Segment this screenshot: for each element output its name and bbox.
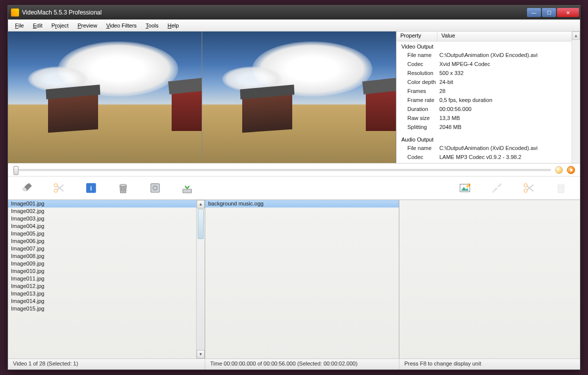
- info-button[interactable]: i: [84, 181, 98, 195]
- property-value: LAME MP3 Codec v0.9.2 - 3.98.2: [437, 154, 580, 160]
- property-key: Frames: [396, 88, 437, 94]
- audio-list-pane: background music.ogg: [205, 200, 399, 358]
- menu-file[interactable]: File: [11, 21, 28, 30]
- maximize-button[interactable]: ☐: [542, 8, 556, 17]
- eraser-button[interactable]: [20, 181, 34, 195]
- properties-panel: Property Value Video OutputFile nameC:\O…: [396, 32, 580, 163]
- app-icon: [11, 8, 19, 16]
- property-value: 24-bit: [437, 79, 580, 85]
- list-item[interactable]: Image007.jpg: [8, 245, 205, 252]
- record-indicator-icon[interactable]: [555, 166, 563, 174]
- trash-button-2[interactable]: [554, 181, 568, 195]
- svg-point-15: [558, 184, 564, 186]
- scissors-button-2[interactable]: [522, 181, 536, 195]
- property-section: Audio Output: [396, 134, 580, 144]
- property-value: 0,5 fps, keep duration: [437, 97, 580, 103]
- list-item[interactable]: Image014.jpg: [8, 298, 205, 305]
- menu-tools[interactable]: Tools: [142, 21, 163, 30]
- property-key: Duration: [396, 106, 437, 112]
- property-key: Raw size: [396, 115, 437, 121]
- svg-point-7: [154, 187, 156, 188]
- property-key: Resolution: [396, 70, 437, 76]
- menu-help[interactable]: Help: [164, 21, 183, 30]
- property-key: File name: [396, 52, 437, 58]
- statusbar: Video 1 of 28 (Selected: 1) Time 00:00:0…: [8, 358, 580, 370]
- status-left: Video 1 of 28 (Selected: 1): [8, 359, 205, 370]
- property-key: Splitting: [396, 124, 437, 130]
- property-value: C:\Output\Animation (XviD Encoded).avi: [437, 52, 580, 58]
- menu-preview[interactable]: Preview: [74, 21, 101, 30]
- property-value: 13,3 MB: [437, 115, 580, 121]
- lists-row: Image001.jpgImage002.jpgImage003.jpgImag…: [8, 200, 580, 358]
- timeline: [8, 164, 580, 176]
- scissors-button[interactable]: [52, 181, 66, 195]
- property-row[interactable]: File nameC:\Output\Animation (XviD Encod…: [396, 50, 580, 60]
- svg-point-4: [120, 184, 127, 186]
- picture-button[interactable]: [458, 181, 472, 195]
- list-item[interactable]: Image001.jpg: [8, 200, 205, 208]
- menu-video-filters[interactable]: Video Filters: [102, 21, 141, 30]
- tools-button[interactable]: [490, 181, 504, 195]
- list-item[interactable]: background music.ogg: [205, 200, 399, 208]
- list-item[interactable]: Image004.jpg: [8, 222, 205, 230]
- svg-rect-8: [183, 189, 191, 193]
- property-value: 28: [437, 88, 580, 94]
- list-item[interactable]: Image015.jpg: [8, 305, 205, 312]
- property-row[interactable]: File nameC:\Output\Animation (XviD Encod…: [396, 144, 580, 152]
- menu-edit[interactable]: Edit: [29, 21, 47, 30]
- property-row[interactable]: Frame rate0,5 fps, keep duration: [396, 96, 580, 104]
- preview-output[interactable]: [202, 32, 396, 163]
- toolbar-left: i: [8, 176, 580, 200]
- svg-text:i: i: [90, 185, 92, 192]
- svg-point-12: [492, 190, 494, 192]
- property-row[interactable]: CodecXvid MPEG-4 Codec: [396, 60, 580, 68]
- property-value: 2048 MB: [437, 124, 580, 130]
- minimize-button[interactable]: —: [527, 8, 541, 17]
- property-row[interactable]: Splitting2048 MB: [396, 122, 580, 132]
- property-value: C:\Output\Animation (XviD Encoded).avi: [437, 145, 580, 151]
- list-item[interactable]: Image008.jpg: [8, 252, 205, 260]
- right-list-pane: [399, 200, 580, 358]
- property-row[interactable]: CodecLAME MP3 Codec v0.9.2 - 3.98.2: [396, 152, 580, 162]
- property-row[interactable]: Raw size13,3 MB: [396, 114, 580, 122]
- property-key: File name: [396, 145, 437, 151]
- list-item[interactable]: Image010.jpg: [8, 268, 205, 275]
- status-mid: Time 00:00:00.000 of 00:00:56.000 (Selec…: [205, 359, 399, 370]
- property-key: Frame rate: [396, 97, 437, 103]
- property-value: 500 x 332: [437, 70, 580, 76]
- props-col-value[interactable]: Value: [437, 32, 580, 41]
- image-list-pane: Image001.jpgImage002.jpgImage003.jpgImag…: [8, 200, 205, 358]
- property-row[interactable]: Duration00:00:56.000: [396, 104, 580, 114]
- close-button[interactable]: ✕: [557, 8, 579, 17]
- timeline-thumb[interactable]: [14, 166, 19, 175]
- property-section: Video Output: [396, 42, 580, 50]
- property-row[interactable]: Resolution500 x 332: [396, 68, 580, 78]
- timeline-track[interactable]: [13, 169, 551, 171]
- property-key: Color depth: [396, 79, 437, 85]
- list-item[interactable]: Image013.jpg: [8, 290, 205, 298]
- image-list-scrollbar[interactable]: ▲▼: [196, 200, 205, 358]
- list-item[interactable]: Image012.jpg: [8, 282, 205, 290]
- window-title: VideoMach 5.5.3 Professional: [22, 9, 527, 16]
- property-key: Codec: [396, 61, 437, 67]
- download-button[interactable]: [180, 181, 194, 195]
- list-item[interactable]: Image006.jpg: [8, 238, 205, 245]
- preview-input[interactable]: [8, 32, 202, 163]
- property-row[interactable]: Color depth24-bit: [396, 78, 580, 86]
- list-item[interactable]: Image003.jpg: [8, 215, 205, 222]
- list-item[interactable]: Image011.jpg: [8, 275, 205, 282]
- disk-button[interactable]: [148, 181, 162, 195]
- play-button[interactable]: [567, 166, 575, 174]
- preview-row: Property Value Video OutputFile nameC:\O…: [8, 32, 580, 164]
- list-item[interactable]: Image005.jpg: [8, 230, 205, 238]
- property-row[interactable]: Frames28: [396, 86, 580, 96]
- app-window: VideoMach 5.5.3 Professional — ☐ ✕ File …: [8, 5, 580, 370]
- props-col-property[interactable]: Property: [396, 32, 437, 41]
- list-item[interactable]: Image002.jpg: [8, 208, 205, 215]
- menu-project[interactable]: Project: [48, 21, 73, 30]
- list-item[interactable]: Image009.jpg: [8, 260, 205, 268]
- titlebar[interactable]: VideoMach 5.5.3 Professional — ☐ ✕: [8, 6, 580, 20]
- properties-scrollbar[interactable]: ▲: [571, 32, 580, 163]
- trash-button[interactable]: [116, 181, 130, 195]
- svg-point-11: [466, 186, 468, 188]
